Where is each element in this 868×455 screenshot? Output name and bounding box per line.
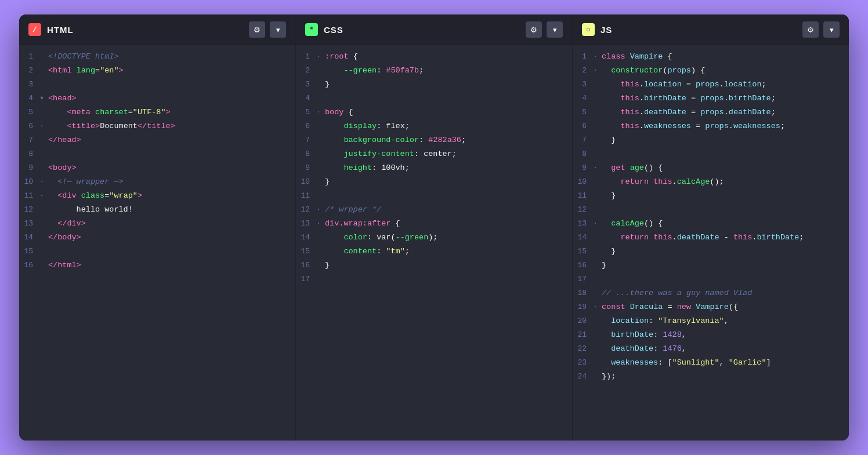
code-line: 5 this.deathDate = props.deathDate; xyxy=(573,105,849,119)
html-panel-controls: ⚙ ▾ xyxy=(249,21,286,38)
code-line: 4 xyxy=(296,92,572,105)
code-line: 24 }); xyxy=(573,370,849,384)
code-line: 16 } xyxy=(573,259,849,272)
code-line: 3 this.location = props.location; xyxy=(573,78,849,92)
code-line: 1 · :root { xyxy=(296,50,572,64)
css-title-group: * CSS xyxy=(305,23,343,36)
html-chevron-button[interactable]: ▾ xyxy=(270,21,286,38)
code-line: 1 <!DOCTYPE html> xyxy=(19,50,295,64)
code-line: 4 this.birthDate = props.birthDate; xyxy=(573,92,849,105)
code-line: 19 · const Dracula = new Vampire({ xyxy=(573,300,849,314)
css-code-area[interactable]: 1 · :root { 2 --green: #50fa7b; 3 } 4 xyxy=(296,45,572,441)
html-title-group: / HTML xyxy=(28,23,74,36)
js-code-area[interactable]: 1 · class Vampire { 2 · constructor(prop… xyxy=(573,45,849,441)
css-panel: * CSS ⚙ ▾ 1 · :root { 2 --green: #50fa7b… xyxy=(296,14,573,441)
code-line: 12 xyxy=(573,203,849,217)
app-container: / HTML ⚙ ▾ 1 <!DOCTYPE html> 2 <html lan… xyxy=(19,14,849,441)
code-line: 6 this.weaknesses = props.weaknesses; xyxy=(573,119,849,133)
code-line: 7 } xyxy=(573,133,849,147)
css-chevron-button[interactable]: ▾ xyxy=(547,21,563,38)
code-line: 11 xyxy=(296,189,572,203)
code-line: 16 } xyxy=(296,259,572,272)
code-line: 9 height: 100vh; xyxy=(296,161,572,175)
code-line: 14 </body> xyxy=(19,231,295,245)
js-title-group: ○ JS xyxy=(582,23,612,36)
code-line: 6 · <title>Document</title> xyxy=(19,119,295,133)
code-line: 15 content: "tm"; xyxy=(296,245,572,259)
html-gear-button[interactable]: ⚙ xyxy=(249,21,265,38)
code-line: 15 xyxy=(19,245,295,259)
code-line: 1 · class Vampire { xyxy=(573,50,849,64)
code-line: 8 justify-content: center; xyxy=(296,147,572,161)
code-line: 7 background-color: #282a36; xyxy=(296,133,572,147)
code-line: 10 return this.calcAge(); xyxy=(573,175,849,189)
code-line: 10 } xyxy=(296,175,572,189)
code-line: 5 · body { xyxy=(296,105,572,119)
code-line: 9 <body> xyxy=(19,161,295,175)
html-panel: / HTML ⚙ ▾ 1 <!DOCTYPE html> 2 <html lan… xyxy=(19,14,296,441)
js-icon: ○ xyxy=(582,23,595,36)
code-line: 2 --green: #50fa7b; xyxy=(296,64,572,78)
code-line: 18 // ...there was a guy named Vlad xyxy=(573,286,849,300)
css-icon: * xyxy=(305,23,318,36)
css-panel-title: CSS xyxy=(324,25,343,35)
css-gear-button[interactable]: ⚙ xyxy=(526,21,542,38)
css-panel-header: * CSS ⚙ ▾ xyxy=(296,14,572,45)
js-panel-header: ○ JS ⚙ ▾ xyxy=(573,14,849,45)
code-line: 15 } xyxy=(573,245,849,259)
code-line: 2 <html lang="en"> xyxy=(19,64,295,78)
html-panel-header: / HTML ⚙ ▾ xyxy=(19,14,295,45)
code-line: 12 hello world! xyxy=(19,203,295,217)
code-line: 13 · calcAge() { xyxy=(573,217,849,231)
html-icon: / xyxy=(28,23,41,36)
code-line: 13 </div> xyxy=(19,217,295,231)
code-line: 10 · <!— wrapper —> xyxy=(19,175,295,189)
code-line: 6 display: flex; xyxy=(296,119,572,133)
code-line: 2 · constructor(props) { xyxy=(573,64,849,78)
code-line: 17 xyxy=(296,272,572,286)
code-line: 11 } xyxy=(573,189,849,203)
code-line: 8 xyxy=(573,147,849,161)
code-line: 16 </html> xyxy=(19,259,295,272)
html-code-area[interactable]: 1 <!DOCTYPE html> 2 <html lang="en"> 3 4… xyxy=(19,45,295,441)
code-line: 8 xyxy=(19,147,295,161)
code-line: 22 deathDate: 1476, xyxy=(573,342,849,356)
js-panel-title: JS xyxy=(601,25,612,35)
code-line: 21 birthDate: 1428, xyxy=(573,328,849,342)
code-line: 13 · div.wrap:after { xyxy=(296,217,572,231)
js-chevron-button[interactable]: ▾ xyxy=(823,21,840,38)
code-line: 11 · <div class="wrap"> xyxy=(19,189,295,203)
code-line: 5 <meta charset="UTF-8"> xyxy=(19,105,295,119)
code-line: 4 ▾ <head> xyxy=(19,92,295,105)
css-panel-controls: ⚙ ▾ xyxy=(526,21,563,38)
code-line: 14 color: var(--green); xyxy=(296,231,572,245)
html-panel-title: HTML xyxy=(47,25,74,35)
js-gear-button[interactable]: ⚙ xyxy=(802,21,819,38)
code-line: 3 xyxy=(19,78,295,92)
js-panel: ○ JS ⚙ ▾ 1 · class Vampire { 2 · constru… xyxy=(573,14,849,441)
code-line: 3 } xyxy=(296,78,572,92)
code-line: 20 location: "Transylvania", xyxy=(573,314,849,328)
code-line: 17 xyxy=(573,272,849,286)
code-line: 12 · /* wrpper */ xyxy=(296,203,572,217)
code-line: 9 · get age() { xyxy=(573,161,849,175)
code-line: 23 weaknesses: ["Sunlight", "Garlic"] xyxy=(573,356,849,370)
code-line: 7 </head> xyxy=(19,133,295,147)
js-panel-controls: ⚙ ▾ xyxy=(802,21,840,38)
code-line: 14 return this.deathDate - this.birthDat… xyxy=(573,231,849,245)
